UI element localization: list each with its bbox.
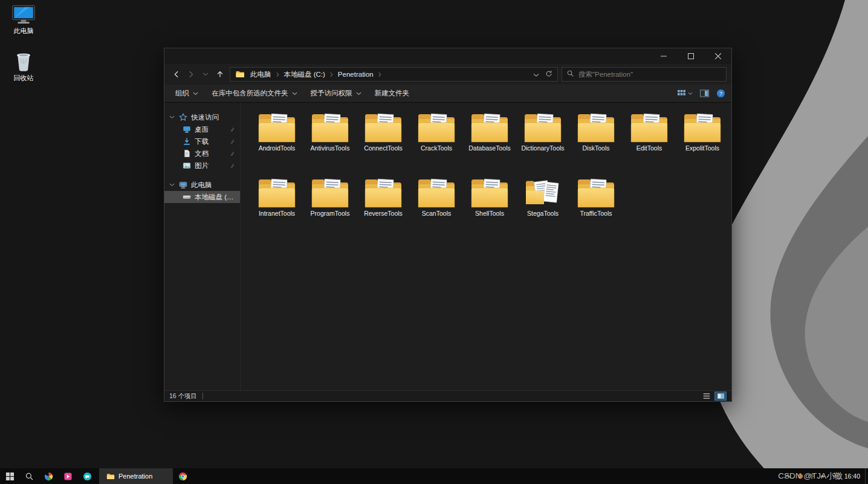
folder-item[interactable]: DiskTools [569, 111, 623, 174]
expand-chevron-icon[interactable] [169, 115, 175, 119]
preview-pane-button[interactable] [700, 89, 709, 97]
folder-item-label: DictionaryTools [521, 144, 564, 153]
folder-item[interactable]: AndroidTools [250, 111, 303, 174]
back-button[interactable] [169, 67, 184, 82]
breadcrumb-item[interactable]: 本地磁盘 (C:) [280, 68, 329, 81]
folder-item-label: EditTools [636, 144, 662, 153]
help-icon[interactable]: ? [716, 89, 725, 98]
folder-icon [257, 176, 297, 209]
address-bar[interactable]: 此电脑本地磁盘 (C:)Penetration [230, 67, 558, 82]
folder-item[interactable]: ShellTools [463, 176, 516, 239]
recycle-bin-icon [11, 51, 36, 73]
up-button[interactable] [213, 67, 227, 82]
folder-item[interactable]: ScanTools [410, 176, 463, 239]
large-icons-view-button[interactable] [714, 392, 727, 401]
folder-icon [629, 111, 669, 144]
folder-item[interactable]: TrafficTools [569, 176, 623, 239]
start-button[interactable] [0, 468, 19, 484]
show-desktop-button[interactable] [865, 468, 868, 484]
folder-docs-icon [523, 176, 563, 209]
folder-item[interactable]: ConnectTools [357, 111, 410, 174]
folder-item[interactable]: EditTools [623, 111, 676, 174]
search-input[interactable]: 搜索"Penetration" [562, 67, 727, 82]
folder-item[interactable]: IntranetTools [250, 176, 303, 239]
folder-item-label: ShellTools [475, 210, 504, 218]
change-view-button[interactable] [677, 89, 693, 97]
folder-item[interactable]: ReverseTools [357, 176, 410, 239]
teal-app-icon[interactable] [77, 468, 97, 484]
desktop: 此电脑 回收站 [0, 0, 868, 484]
close-button[interactable] [704, 48, 731, 64]
folder-item-label: DatabaseTools [468, 144, 510, 153]
search-icon [566, 69, 574, 80]
pic-icon [183, 161, 191, 170]
folder-icon [416, 111, 456, 144]
recent-locations-chevron-icon[interactable] [198, 67, 213, 82]
folder-icon [416, 176, 456, 209]
folder-item[interactable]: ProgramTools [303, 176, 357, 239]
folder-icon [576, 111, 616, 144]
desktop-icon-recycle-bin[interactable]: 回收站 [4, 51, 44, 83]
sidebar-item-label: 桌面 [195, 125, 209, 134]
folder-item[interactable]: DictionaryTools [516, 111, 569, 174]
doc-icon [183, 149, 191, 158]
toolbar-button[interactable]: 授予访问权限 [306, 86, 366, 100]
sidebar-item[interactable]: 图片 [164, 160, 240, 172]
chrome-icon[interactable] [173, 468, 192, 484]
search-icon[interactable] [19, 468, 39, 484]
forward-button[interactable] [184, 67, 198, 82]
chevron-down-icon [292, 92, 297, 95]
sidebar-section-header[interactable]: 此电脑 [164, 179, 240, 191]
folder-item-label: ConnectTools [364, 144, 403, 153]
toolbar-button[interactable]: 在库中包含所选的文件夹 [207, 86, 302, 100]
address-dropdown-chevron-icon[interactable] [533, 69, 539, 80]
folder-item-label: ScanTools [422, 210, 451, 218]
clock[interactable]: 16:40 [844, 473, 860, 480]
chevron-right-icon [276, 72, 280, 77]
details-view-button[interactable] [701, 392, 713, 401]
sidebar-item[interactable]: 桌面 [164, 123, 240, 135]
folder-item[interactable]: CrackTools [410, 111, 463, 174]
file-list-pane[interactable]: AndroidToolsAntivirusToolsConnectToolsCr… [241, 103, 731, 390]
minimize-button[interactable] [650, 48, 677, 64]
toolbar-button-label: 组织 [175, 89, 189, 98]
breadcrumb-item[interactable]: Penetration [334, 68, 378, 81]
folder-item[interactable]: StegaTools [516, 176, 569, 239]
folder-icon [106, 473, 115, 480]
taskbar-app-penetration[interactable]: Penetration [99, 468, 173, 484]
toolbar-button[interactable]: 组织 [170, 86, 203, 100]
sidebar-item-label: 图片 [195, 161, 209, 170]
chevron-right-icon [329, 72, 334, 77]
toolbar-button-label: 新建文件夹 [375, 89, 410, 98]
folder-item[interactable]: AntivirusTools [303, 111, 357, 174]
folder-item[interactable]: ExpolitTools [676, 111, 729, 174]
taskbar: Penetration 英 16:40 [0, 468, 868, 484]
folder-item-label: CrackTools [421, 144, 452, 153]
expand-chevron-icon[interactable] [169, 183, 175, 187]
pinwheel-app-icon[interactable] [39, 468, 58, 484]
sidebar-item[interactable]: 本地磁盘 (C:) [164, 191, 240, 203]
folder-item[interactable]: DatabaseTools [463, 111, 516, 174]
sidebar-item[interactable]: 文档 [164, 147, 240, 160]
sidebar-item-label: 下载 [195, 137, 209, 146]
pink-app-icon[interactable] [58, 468, 77, 484]
toolbar-button[interactable]: 新建文件夹 [370, 86, 415, 100]
desktop-icon-label: 此电脑 [4, 27, 44, 36]
folder-icon [363, 176, 403, 209]
sidebar-item[interactable]: 下载 [164, 135, 240, 147]
maximize-button[interactable] [677, 48, 704, 64]
items-count: 16 个项目 [169, 392, 197, 401]
refresh-icon[interactable] [545, 69, 552, 80]
folder-icon [310, 176, 350, 209]
navigation-pane: 快速访问桌面下载文档图片此电脑本地磁盘 (C:) [164, 103, 241, 390]
folder-icon [523, 111, 563, 144]
toolbar-button-label: 在库中包含所选的文件夹 [212, 89, 288, 98]
breadcrumb-item[interactable]: 此电脑 [246, 68, 276, 81]
this-pc-icon [11, 4, 36, 25]
titlebar[interactable] [164, 48, 731, 64]
folder-item-label: TrafficTools [580, 210, 612, 218]
folder-icon [682, 111, 722, 144]
desktop-icon-this-pc[interactable]: 此电脑 [4, 4, 44, 36]
sidebar-section-header[interactable]: 快速访问 [164, 111, 240, 123]
folder-item-label: IntranetTools [259, 210, 295, 218]
